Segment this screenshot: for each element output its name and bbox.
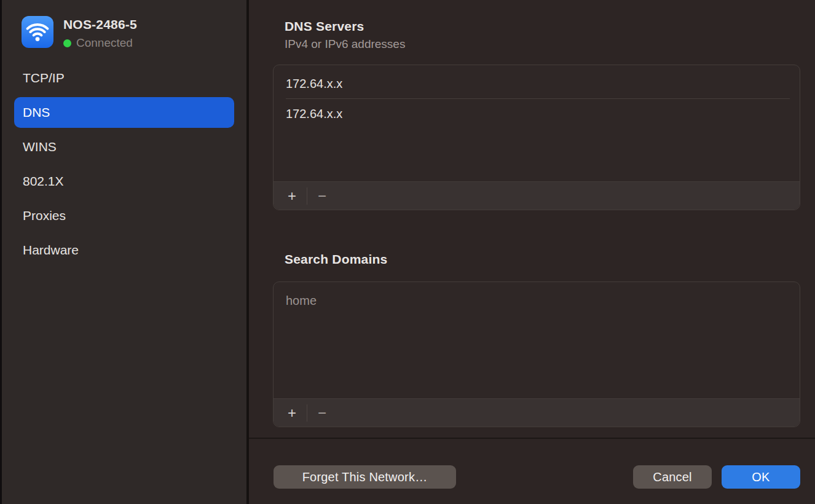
ok-button[interactable]: OK <box>722 465 800 489</box>
network-status: Connected <box>63 36 137 50</box>
sidebar-item-tcpip[interactable]: TCP/IP <box>14 63 234 93</box>
footer-divider <box>249 438 815 439</box>
sidebar-item-dns[interactable]: DNS <box>14 97 234 128</box>
plus-icon: + <box>288 189 296 203</box>
search-domains-title: Search Domains <box>285 252 387 267</box>
sidebar-item-wins[interactable]: WINS <box>14 132 234 162</box>
sidebar-item-proxies[interactable]: Proxies <box>14 200 234 231</box>
button-separator <box>307 187 307 205</box>
wifi-icon <box>22 16 53 48</box>
sidebar-item-8021x[interactable]: 802.1X <box>14 166 234 197</box>
search-domain-entry[interactable]: home <box>274 286 800 315</box>
connected-status-label: Connected <box>76 36 133 50</box>
dns-servers-footer: + − <box>274 181 800 210</box>
search-domains-listbox: home + − <box>273 282 800 427</box>
sidebar-nav: TCP/IP DNS WINS 802.1X Proxies Hardware <box>14 63 234 269</box>
search-domains-rows: home <box>274 282 800 398</box>
button-separator <box>307 404 307 422</box>
dns-servers-rows: 172.64.x.x 172.64.x.x <box>274 65 800 181</box>
dns-servers-subtitle: IPv4 or IPv6 addresses <box>285 37 405 51</box>
network-meta: NOS-2486-5 Connected <box>63 16 137 50</box>
dns-settings-panel: DNS Servers IPv4 or IPv6 addresses 172.6… <box>249 0 815 504</box>
dns-add-button[interactable]: + <box>281 187 303 205</box>
dns-servers-title: DNS Servers <box>285 19 364 34</box>
network-name: NOS-2486-5 <box>63 17 137 32</box>
search-domains-remove-button[interactable]: − <box>311 404 333 422</box>
dns-server-entry[interactable]: 172.64.x.x <box>274 99 800 128</box>
cancel-button[interactable]: Cancel <box>633 465 712 489</box>
plus-icon: + <box>288 406 296 420</box>
dns-servers-listbox: 172.64.x.x 172.64.x.x + − <box>273 65 800 210</box>
sidebar-item-hardware[interactable]: Hardware <box>14 235 234 266</box>
search-domains-footer: + − <box>274 398 800 427</box>
sidebar: NOS-2486-5 Connected TCP/IP DNS WINS 802… <box>2 0 246 504</box>
minus-icon: − <box>318 406 326 420</box>
minus-icon: − <box>318 189 326 203</box>
connected-status-dot-icon <box>63 39 71 47</box>
dns-server-entry[interactable]: 172.64.x.x <box>274 69 800 98</box>
dns-remove-button[interactable]: − <box>311 187 333 205</box>
network-header: NOS-2486-5 Connected <box>22 16 137 50</box>
search-domains-add-button[interactable]: + <box>281 404 303 422</box>
forget-network-button[interactable]: Forget This Network… <box>274 465 456 489</box>
